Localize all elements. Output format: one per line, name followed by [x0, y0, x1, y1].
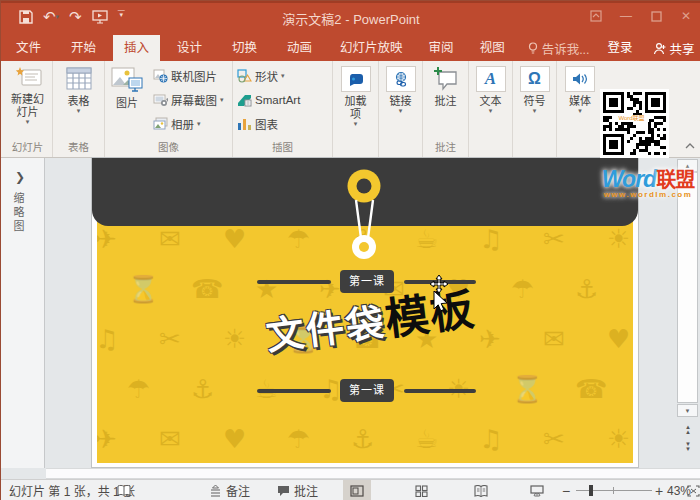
scroll-down-button[interactable]: ▼: [677, 404, 698, 417]
ribbon-group-links: 链接 ▾: [379, 61, 423, 157]
proofing-status-icon[interactable]: [117, 480, 131, 500]
shapes-dropdown-icon[interactable]: ▾: [281, 73, 285, 79]
pattern-icon: ☕: [415, 424, 438, 454]
fit-slide-icon: [687, 485, 700, 497]
ribbon-display-options-icon[interactable]: [585, 6, 607, 26]
zoom-out-button[interactable]: −: [562, 480, 570, 500]
qr-cell: [633, 104, 636, 107]
photo-album-button[interactable]: 相册 ▾: [149, 112, 231, 136]
minimize-icon[interactable]: —: [615, 6, 637, 26]
links-icon: [392, 71, 410, 87]
ribbon-group-comments: 批注 批注: [423, 61, 469, 157]
qr-cell: [639, 92, 642, 95]
screenshot-label: 屏幕截图: [171, 92, 217, 108]
pattern-icon: ⌛: [127, 274, 159, 304]
slide-canvas[interactable]: ✈✉♥☂⚓☕♫✂☀⌛☎★✈✉♥☂⚓☕♫✂☀⌛☎★✈✉♥☂⚓☕♫✂☀⌛☎★✈✉♥☂…: [92, 158, 638, 467]
smartart-icon: [237, 93, 252, 107]
table-icon: [65, 66, 93, 92]
qr-cell: [627, 131, 630, 134]
group-label-tables: 表格: [53, 139, 104, 154]
thumbnail-pane-collapsed[interactable]: ❯ 缩略图: [1, 158, 45, 468]
comments-button[interactable]: 批注: [277, 480, 318, 500]
table-button[interactable]: 表格 ▾: [53, 61, 104, 139]
tab-file[interactable]: 文件: [5, 35, 52, 61]
fit-slide-button[interactable]: [685, 480, 700, 500]
close-icon[interactable]: ✕: [675, 6, 697, 26]
table-dropdown-icon[interactable]: ▾: [77, 108, 81, 114]
comment-icon: [433, 66, 459, 92]
new-slide-dropdown-icon[interactable]: ▾: [26, 119, 30, 125]
media-button[interactable]: 媒体 ▾: [557, 61, 603, 139]
links-dropdown-icon[interactable]: ▾: [399, 108, 403, 114]
text-icon: A: [485, 69, 496, 89]
qr-cell: [663, 119, 666, 122]
next-slide-button[interactable]: ▼▼: [681, 440, 695, 453]
slideshow-view-button[interactable]: [523, 480, 551, 500]
lesson-badge-bottom[interactable]: 第一课: [340, 379, 394, 402]
new-slide-button[interactable]: 新建幻灯片 ▾: [3, 61, 52, 139]
tell-me-box[interactable]: 告诉我...: [520, 35, 598, 61]
screenshot-dropdown-icon[interactable]: ▾: [220, 97, 224, 103]
zoom-slider-thumb[interactable]: [589, 485, 593, 496]
chart-button[interactable]: 图表: [233, 112, 332, 136]
vertical-scrollbar[interactable]: [677, 172, 698, 403]
qr-cell: [660, 122, 663, 125]
zoom-in-button[interactable]: +: [655, 480, 663, 500]
pattern-icon: ☂: [127, 374, 150, 404]
pictures-button[interactable]: 图片: [105, 61, 149, 139]
horizontal-scrollbar[interactable]: [46, 468, 700, 479]
comment-button[interactable]: 批注: [423, 61, 468, 139]
links-button[interactable]: 链接 ▾: [379, 61, 422, 139]
media-dropdown-icon[interactable]: ▾: [578, 108, 582, 114]
online-pictures-icon: [153, 69, 168, 83]
zoom-slider-track[interactable]: [576, 490, 652, 491]
pictures-label: 图片: [116, 97, 138, 110]
collapse-ribbon-icon[interactable]: [685, 135, 695, 153]
smartart-button[interactable]: SmartArt: [233, 88, 332, 112]
tab-slideshow[interactable]: 幻灯片放映: [329, 35, 414, 61]
tab-design[interactable]: 设计: [166, 35, 213, 61]
normal-view-button[interactable]: [343, 480, 371, 500]
sign-in-button[interactable]: 登录: [598, 35, 643, 61]
ribbon-group-media: 媒体 ▾: [557, 61, 603, 157]
qr-cell: [633, 152, 636, 155]
pattern-icon: ✂: [159, 324, 181, 354]
tab-review[interactable]: 审阅: [418, 35, 465, 61]
group-label-comments: 批注: [423, 139, 468, 154]
shapes-label: 形状: [255, 68, 278, 84]
comments-icon: [277, 485, 290, 497]
share-button[interactable]: 共享: [643, 35, 700, 61]
pattern-icon: ☎: [191, 274, 223, 304]
screenshot-button[interactable]: 屏幕截图 ▾: [149, 88, 231, 112]
ribbon-group-tables: 表格 ▾ 表格: [53, 61, 105, 157]
tab-home[interactable]: 开始: [60, 35, 107, 61]
expand-pane-icon[interactable]: ❯: [15, 170, 25, 184]
maximize-icon[interactable]: [645, 6, 667, 26]
tab-transitions[interactable]: 切换: [221, 35, 268, 61]
photo-album-dropdown-icon[interactable]: ▾: [197, 121, 201, 127]
shapes-button[interactable]: 形状 ▾: [233, 64, 332, 88]
addins-button[interactable]: 加载项 ▾: [333, 61, 378, 139]
previous-slide-button[interactable]: ▲▲: [681, 423, 695, 436]
addins-icon: [347, 71, 365, 87]
online-pictures-label: 联机图片: [171, 68, 217, 84]
pattern-icon: ⚓: [575, 274, 598, 304]
online-pictures-button[interactable]: 联机图片: [149, 64, 231, 88]
new-slide-icon: [14, 66, 42, 90]
notes-button[interactable]: 备注: [209, 480, 250, 500]
text-dropdown-icon[interactable]: ▾: [489, 108, 493, 114]
qr-grid: [603, 92, 666, 155]
slide-sorter-view-button[interactable]: [407, 480, 435, 500]
pattern-icon: ♥: [607, 324, 630, 354]
lightbulb-icon: [528, 42, 538, 55]
tab-insert[interactable]: 插入: [113, 35, 160, 61]
addins-dropdown-icon[interactable]: ▾: [354, 121, 358, 127]
tab-view[interactable]: 视图: [469, 35, 516, 61]
window-controls: — ✕: [585, 6, 697, 26]
reading-view-button[interactable]: [467, 480, 495, 500]
pattern-icon: ⚓: [191, 374, 214, 404]
symbol-button[interactable]: Ω 符号 ▾: [513, 61, 556, 139]
tab-animations[interactable]: 动画: [276, 35, 323, 61]
symbol-dropdown-icon[interactable]: ▾: [533, 108, 537, 114]
text-button[interactable]: A 文本 ▾: [469, 61, 512, 139]
